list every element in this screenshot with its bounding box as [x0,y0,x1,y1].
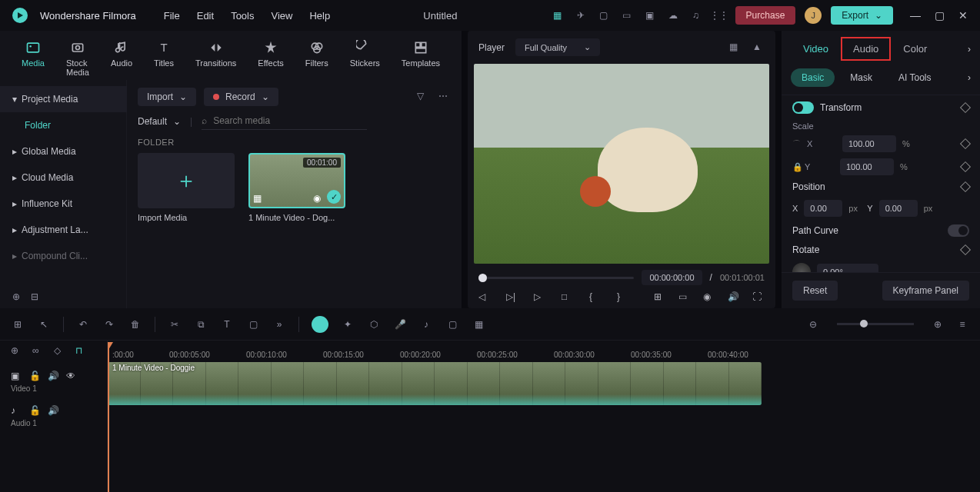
layout2-icon[interactable]: ▭ [620,8,634,22]
lock-icon[interactable]: 🔒 [792,162,803,172]
marker-icon[interactable]: ◇ [54,345,66,357]
record-button[interactable]: Record⌄ [204,88,278,106]
tab-transitions[interactable]: Transitions [185,37,247,80]
scale-x-input[interactable] [842,135,896,152]
minimize-button[interactable]: — [910,9,921,22]
maximize-button[interactable]: ▢ [935,9,945,22]
cursor-icon[interactable]: ↖ [37,317,51,331]
import-media-tile[interactable]: ＋ Import Media [138,153,235,222]
image-icon[interactable]: ▲ [752,42,765,54]
tab-media[interactable]: Media [11,37,55,80]
sidebar-compound-clip[interactable]: ▸Compound Cli... [0,243,127,269]
mark-in-icon[interactable]: { [589,291,602,304]
keyframe-diamond-icon[interactable] [960,161,971,172]
send-icon[interactable]: ✈ [574,8,588,22]
chevron-right-icon[interactable]: › [968,44,971,55]
time-ruler[interactable]: :00:00 00:00:05:00 00:00:10:00 00:00:15:… [108,341,980,362]
tab-audio[interactable]: Audio [100,37,143,80]
menu-edit[interactable]: Edit [197,10,214,22]
scale-y-input[interactable] [840,158,894,175]
close-button[interactable]: ✕ [958,9,968,22]
folder-add-icon[interactable]: ⊟ [31,291,38,302]
mute-icon[interactable]: 🔊 [48,371,58,381]
more-icon[interactable]: ⋯ [438,91,451,103]
menu-help[interactable]: Help [309,10,330,22]
tab-stock-media[interactable]: Stock Media [55,37,100,80]
tab-stickers[interactable]: Stickers [339,37,391,80]
lock-icon[interactable]: 🔓 [29,405,40,416]
audio-track[interactable] [108,413,980,444]
grid-view-icon[interactable]: ▦ [729,42,742,54]
view-list-icon[interactable]: ≡ [955,317,969,331]
gift-icon[interactable]: ▦ [551,8,565,22]
snapshot-icon[interactable]: ◉ [703,291,715,304]
prop-tab-video[interactable]: Video [791,37,841,61]
mark-out-icon[interactable]: } [617,291,629,304]
mute-icon[interactable]: 🔊 [48,405,58,416]
new-folder-icon[interactable]: ⊕ [12,291,20,302]
grid2-icon[interactable]: ▦ [472,317,485,331]
sort-default[interactable]: Default⌄ [138,113,181,130]
pos-x-input[interactable] [804,200,842,217]
monitor-icon[interactable]: ▭ [678,291,691,304]
chevron-right-icon[interactable]: › [968,72,971,83]
timeline-tracks[interactable]: :00:00 00:00:05:00 00:00:10:00 00:00:15:… [108,341,980,492]
sidebar-folder[interactable]: Folder [0,112,127,138]
zoom-slider[interactable] [837,323,914,325]
preview-viewport[interactable] [474,64,769,264]
keyframe-diamond-icon[interactable] [960,244,971,255]
text-icon[interactable]: T [220,317,234,331]
zoom-knob[interactable] [860,320,868,327]
split-icon[interactable]: ✂ [168,317,182,331]
quality-select[interactable]: Full Quality⌄ [515,38,600,56]
eye-icon[interactable]: 👁 [66,371,77,381]
magnet-icon[interactable]: ⊓ [75,345,88,357]
search-input[interactable] [213,115,367,126]
playhead[interactable] [108,342,109,492]
export-button[interactable]: Export⌄ [831,6,893,25]
tab-templates[interactable]: Templates [391,37,451,80]
user-avatar[interactable]: J [805,7,822,24]
link-track-icon[interactable]: ∞ [32,345,45,357]
audio-track-header[interactable]: ♪ 🔓 🔊 Audio 1 [0,401,107,431]
import-button[interactable]: Import⌄ [138,88,196,106]
shield-icon[interactable]: ⬡ [367,317,381,331]
music-note-icon[interactable]: ♪ [419,317,433,331]
reset-button[interactable]: Reset [792,281,838,301]
menu-tools[interactable]: Tools [231,10,254,22]
ai-icon[interactable] [312,316,328,333]
seek-bar[interactable] [478,277,634,279]
prop-tab-color[interactable]: Color [891,37,939,61]
sidebar-global-media[interactable]: ▸Global Media [0,138,127,165]
fullscreen-icon[interactable]: ⛶ [752,291,765,304]
volume-icon[interactable]: 🔊 [728,291,740,304]
sidebar-influence-kit[interactable]: ▸Influence Kit [0,191,127,217]
transform-toggle[interactable] [792,101,814,114]
seek-knob[interactable] [478,274,487,282]
keyframe-diamond-icon[interactable] [960,181,971,192]
delete-icon[interactable]: 🗑 [128,317,142,331]
save-icon[interactable]: ▣ [643,8,657,22]
subtab-mask[interactable]: Mask [839,68,883,87]
layout1-icon[interactable]: ▢ [597,8,611,22]
more-tools-icon[interactable]: » [272,317,286,331]
video-clip[interactable]: 1 Minute Video - Doggie [108,362,762,405]
lock-icon[interactable]: 🔓 [29,371,40,381]
keyframe-diamond-icon[interactable] [960,102,971,113]
purchase-button[interactable]: Purchase [735,6,796,25]
sidebar-adjustment-layer[interactable]: ▸Adjustment La... [0,217,127,243]
subtab-ai-tools[interactable]: AI Tools [888,68,942,87]
prev-frame-icon[interactable]: ◁ [478,291,491,304]
sidebar-project-media[interactable]: ▾Project Media [0,86,127,112]
tab-filters[interactable]: Filters [295,37,339,80]
headphones-icon[interactable]: ♫ [689,8,703,22]
sparkle-icon[interactable]: ✦ [341,317,355,331]
keyframe-diamond-icon[interactable] [960,138,971,149]
pos-y-input[interactable] [879,200,918,217]
stop-icon[interactable]: □ [562,291,574,304]
filter-icon[interactable]: ▽ [417,91,429,103]
tab-titles[interactable]: TTitles [143,37,185,80]
keyframe-panel-button[interactable]: Keyframe Panel [882,281,969,301]
mic-icon[interactable]: 🎤 [393,317,407,331]
menu-view[interactable]: View [271,10,292,22]
